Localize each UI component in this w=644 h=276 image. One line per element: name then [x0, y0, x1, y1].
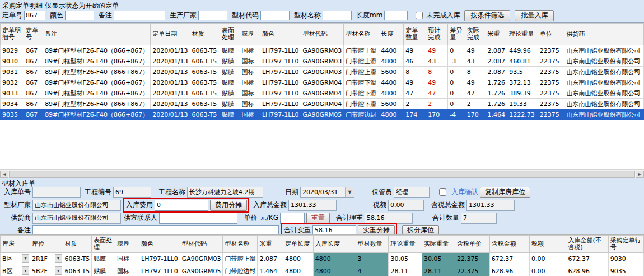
table-cell[interactable]: 47 — [426, 88, 448, 99]
table-cell[interactable]: 49 — [404, 45, 426, 56]
table-cell[interactable]: 8 — [465, 67, 486, 77]
table-cell[interactable]: 628.96 — [566, 265, 608, 276]
column-header[interactable]: 材质 — [190, 24, 220, 45]
table-cell[interactable]: 19.33 — [507, 99, 538, 109]
scrollbar-thumb[interactable] — [9, 171, 635, 178]
table-cell[interactable]: 2.087 — [258, 253, 283, 265]
table-cell[interactable]: 22375 — [538, 109, 564, 120]
table-cell[interactable]: 2020/01/13 — [151, 45, 190, 56]
column-header[interactable]: 实际完成 — [465, 24, 486, 45]
table-cell[interactable]: 9034 — [1, 99, 24, 109]
table-cell[interactable]: 门带腔边封 — [223, 265, 258, 276]
table-cell[interactable]: 2.087 — [486, 45, 507, 56]
table-cell[interactable]: 28.11 — [389, 265, 422, 276]
table-cell[interactable]: 6063-T5 — [190, 109, 220, 120]
table-cell[interactable]: 国标 — [240, 109, 260, 120]
table-cell[interactable]: 89#门框型材F26-F40（866+867） — [43, 99, 151, 109]
column-header[interactable]: 米重 — [258, 236, 283, 253]
table-cell[interactable]: 1.726 — [486, 99, 507, 109]
table-cell[interactable]: 43 — [465, 56, 486, 67]
table-cell[interactable]: 89#门框型材F26-F40（866+867） — [43, 67, 151, 77]
table-cell[interactable]: 89#门框型材F26-F40（866+867） — [43, 109, 151, 120]
column-header[interactable]: 实际重量 — [422, 236, 455, 253]
table-cell[interactable]: 43 — [426, 56, 448, 67]
combo-arrow-icon[interactable]: ▾ — [22, 254, 29, 263]
table-cell[interactable]: 3 — [356, 253, 389, 265]
table-cell[interactable]: 国标 — [240, 77, 260, 88]
table-cell[interactable]: 6063-T5 — [190, 99, 220, 109]
table-cell[interactable]: 6063-T5 — [190, 56, 220, 67]
table-cell[interactable]: LH797-1LL0 — [260, 99, 301, 109]
table-cell[interactable]: 2020/01/13 — [151, 99, 190, 109]
inbound-confirm-checkbox[interactable] — [439, 188, 446, 196]
table-cell[interactable]: 9035 — [608, 265, 643, 276]
table-cell[interactable]: 门带腔上滑 — [223, 253, 258, 265]
table-cell[interactable]: 867 — [24, 99, 43, 109]
column-header[interactable]: 理论重量 — [389, 236, 422, 253]
column-header[interactable]: 税额 — [530, 236, 566, 253]
table-cell[interactable]: 贴膜 — [220, 88, 240, 99]
inbound-fee-input[interactable] — [155, 200, 208, 211]
column-header[interactable]: 米重 — [486, 24, 507, 45]
table-cell[interactable]: -4 — [448, 109, 465, 120]
table-cell[interactable]: 22.375 — [455, 265, 489, 276]
table-cell[interactable]: GA90GRM04 — [301, 77, 344, 88]
table-cell[interactable]: 6063-T5 — [190, 77, 220, 88]
table-cell[interactable]: 867 — [24, 56, 43, 67]
table-cell[interactable]: 449.96 — [507, 45, 538, 56]
column-header[interactable]: 长度 — [379, 24, 404, 45]
table-cell[interactable]: 867 — [24, 77, 43, 88]
table-cell[interactable]: 6063-T5 — [190, 67, 220, 77]
table-cell[interactable]: 2020/01/13 — [151, 56, 190, 67]
table-cell[interactable]: 门带腔下滑 — [344, 77, 379, 88]
table-cell[interactable]: GA90GRM03 — [301, 45, 344, 56]
table-cell[interactable]: 9033 — [1, 88, 24, 99]
reset-button[interactable]: 重置 — [306, 213, 330, 224]
table-cell[interactable]: 30.05 — [422, 253, 455, 265]
table-row[interactable]: 903286789#门框型材F26-F40（866+867）2020/01/13… — [1, 77, 644, 88]
table-cell[interactable]: 460.81 — [507, 56, 538, 67]
order-no-input[interactable] — [24, 11, 45, 20]
column-header[interactable]: 预计完成 — [426, 24, 448, 45]
table-cell[interactable]: 89#门框型材F26-F40（866+867） — [43, 88, 151, 99]
table-cell[interactable]: 贴膜 — [220, 77, 240, 88]
table-cell[interactable]: 0 — [448, 77, 465, 88]
horizontal-scrollbar[interactable]: ◄ ► — [0, 169, 644, 178]
copy-warehouse-button[interactable]: 复制库房库位 — [480, 187, 530, 198]
table-cell[interactable]: 山东南山铝业股份有限公司 — [564, 88, 644, 99]
table-cell[interactable]: 2 — [426, 99, 448, 109]
table-cell[interactable]: 6063-T5 — [63, 265, 92, 276]
table-cell[interactable]: 9029 — [1, 45, 24, 56]
table-cell[interactable]: 山东南山铝业股份有限公司 — [564, 99, 644, 109]
table-cell[interactable]: 贴膜 — [92, 253, 115, 265]
table-cell[interactable]: 国标 — [240, 99, 260, 109]
table-cell[interactable]: 2020/01/13 — [151, 109, 190, 120]
table-cell[interactable]: 30.05 — [389, 253, 422, 265]
table-cell[interactable]: 9030 — [608, 253, 643, 265]
combo-arrow-icon[interactable]: ▾ — [22, 266, 29, 275]
table-cell[interactable]: 山东南山铝业股份有限公司 — [564, 67, 644, 77]
table-cell[interactable]: 89#门框型材F26-F40（866+867） — [43, 77, 151, 88]
table-cell[interactable]: 5600 — [379, 99, 404, 109]
table-cell[interactable]: 22375 — [538, 45, 564, 56]
column-header[interactable]: 差异量 — [448, 24, 465, 45]
manufacturer-input[interactable] — [198, 11, 227, 20]
column-header[interactable]: 型材代码 — [301, 24, 344, 45]
table-cell[interactable]: 贴膜 — [220, 109, 240, 120]
table-cell[interactable]: 4800 — [313, 265, 356, 276]
table-cell[interactable]: 389.39 — [507, 88, 538, 99]
table-cell[interactable]: 867 — [24, 109, 43, 120]
profile-name-input[interactable] — [323, 11, 352, 20]
column-header[interactable]: 定单长度 — [283, 236, 313, 253]
table-cell[interactable]: 4400 — [379, 77, 404, 88]
column-header[interactable]: 定单数量 — [404, 24, 426, 45]
table-cell[interactable]: 门带腔上滑 — [344, 67, 379, 77]
table-cell[interactable]: GA90GRM04 — [301, 88, 344, 99]
table-cell[interactable]: B区▾ — [1, 253, 30, 265]
column-header[interactable]: 定单号 — [24, 24, 43, 45]
table-cell[interactable]: 6063-T5 — [63, 253, 92, 265]
table-cell[interactable]: 93.5 — [507, 67, 538, 77]
table-cell[interactable]: 22375 — [538, 77, 564, 88]
table-cell[interactable]: 门带腔上滑 — [344, 56, 379, 67]
table-cell[interactable]: 28.11 — [422, 265, 455, 276]
